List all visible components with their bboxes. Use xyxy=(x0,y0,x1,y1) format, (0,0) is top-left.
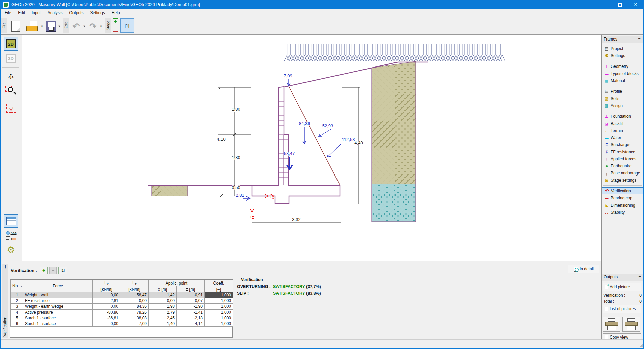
frames-item[interactable]: ⚙ Settings xyxy=(602,52,643,59)
zoom-region-button[interactable] xyxy=(4,84,18,97)
save-dropdown-arrow[interactable]: ▼ xyxy=(57,20,61,33)
table-row[interactable]: 5 Surch.1 - surface -36,81 38,03 2,45 -2… xyxy=(11,315,233,321)
table-row[interactable]: 6 Surch.1 - surface 0,00 7,09 1,40 -4,14… xyxy=(11,321,233,326)
resize-grip[interactable]: ◢ xyxy=(640,343,643,347)
frames-item[interactable]: ↓ Applied forces xyxy=(602,155,643,162)
force-ff-resistance-label: 2,81 xyxy=(236,193,244,198)
stage-1-button[interactable]: [1] xyxy=(120,18,134,33)
outputs-verification-label: Verification : xyxy=(603,293,625,298)
col-coeff[interactable]: Coeff. xyxy=(205,280,233,287)
outputs-minimize-button[interactable]: – xyxy=(637,275,642,279)
menu-item[interactable]: Outputs xyxy=(66,9,87,16)
frames-item[interactable]: ▬ Types of blocks xyxy=(602,70,643,77)
remove-verification-button[interactable]: − xyxy=(49,267,57,274)
open-file-button[interactable] xyxy=(26,20,40,33)
view-2d-button[interactable]: 2D xyxy=(4,37,18,51)
col-force[interactable]: Force xyxy=(23,280,93,292)
print-picture-button[interactable] xyxy=(622,317,640,332)
table-row[interactable]: 3 Weight - earth wedge 0,00 84,36 1,98 -… xyxy=(11,303,233,309)
cell-coeff[interactable]: 1,000 xyxy=(205,321,233,326)
frames-minimize-button[interactable]: – xyxy=(637,37,642,42)
add-verification-button[interactable]: + xyxy=(40,267,48,274)
frames-item[interactable]: ↧ FF resistance xyxy=(602,148,643,155)
frames-item[interactable]: ⊞ Stage settings xyxy=(602,177,643,184)
table-row[interactable]: 1 Weight - wall 0,00 58,47 1,42 -0,91 1,… xyxy=(11,292,233,298)
frames-item[interactable]: ⊥ Foundation xyxy=(602,113,643,120)
add-picture-button[interactable]: Add picture xyxy=(603,283,641,291)
frames-item[interactable]: ⌐ Terrain xyxy=(602,127,643,134)
frames-item[interactable]: Ξ Surcharge xyxy=(602,141,643,148)
menu-item[interactable]: Edit xyxy=(14,9,28,16)
frames-item[interactable]: ▬ Water xyxy=(602,134,643,141)
frames-item[interactable]: ▤ Project xyxy=(602,45,643,52)
frames-item[interactable]: ┳ Base anchorage xyxy=(602,169,643,177)
pan-tool-button[interactable]: ↔↕ xyxy=(4,69,18,83)
frames-item[interactable]: ◪ Backfill xyxy=(602,120,643,127)
frames-item[interactable]: ↶ Verification xyxy=(602,187,643,194)
frames-item[interactable]: ▦ Material xyxy=(602,77,643,84)
frames-item-label: FF resistance xyxy=(611,150,635,154)
cell-coeff[interactable]: 1,000 xyxy=(205,315,233,321)
table-view-button[interactable] xyxy=(4,214,18,228)
redo-button[interactable]: ↷ xyxy=(87,20,99,33)
close-button[interactable]: ✕ xyxy=(628,0,643,9)
maximize-button[interactable] xyxy=(612,0,628,9)
cell-coeff[interactable]: 1,000 xyxy=(205,298,233,303)
save-disk-icon xyxy=(46,21,56,32)
undo-button[interactable]: ↶ xyxy=(70,20,82,33)
remove-stage-button[interactable]: − xyxy=(113,26,118,32)
cell-coeff[interactable]: 1,000 xyxy=(205,309,233,315)
col-fz[interactable]: Fz xyxy=(120,280,149,287)
add-stage-button[interactable]: + xyxy=(113,18,118,24)
list-of-pictures-icon xyxy=(605,307,608,311)
annotation-view-button[interactable]: Abc xyxy=(4,229,18,242)
force-surcharge-top-label: 7,09 xyxy=(284,73,292,78)
fit-view-button[interactable]: ↔↔ xyxy=(4,102,18,115)
frames-item-icon: ▤ xyxy=(604,47,609,51)
table-icon xyxy=(6,217,16,225)
table-row[interactable]: 2 FF resistance 2,81 0,00 0,00 0,07 1,00… xyxy=(11,298,233,303)
print-document-button[interactable] xyxy=(603,317,620,332)
frames-item-icon: ▬ xyxy=(604,136,609,140)
col-fx[interactable]: Fx xyxy=(93,280,120,287)
cell-coeff[interactable]: 1,000 xyxy=(205,292,233,298)
save-file-button[interactable] xyxy=(45,20,57,33)
col-applic-point[interactable]: Applic. point xyxy=(149,280,205,287)
minimize-button[interactable]: – xyxy=(597,0,612,9)
frames-item[interactable]: ▬ Bearing cap. xyxy=(602,194,643,202)
cell-force: Surch.1 - surface xyxy=(23,321,93,326)
frames-item[interactable]: ▨ Soils xyxy=(602,95,643,102)
view-3d-button[interactable]: 3D xyxy=(4,52,18,65)
frames-item-label: Soils xyxy=(611,96,619,101)
menu-item[interactable]: Input xyxy=(28,9,44,16)
frames-item-icon: ▤ xyxy=(604,89,609,93)
undo-dropdown-arrow[interactable]: ▼ xyxy=(82,20,86,33)
drawing-canvas[interactable]: 4,10 1,80 1,80 0,50 4,40 3,32 +x +z xyxy=(22,35,601,261)
open-dropdown-arrow[interactable]: ▼ xyxy=(40,20,44,33)
frames-item[interactable]: ⊥ Geometry xyxy=(602,63,643,70)
verification-tab-strip[interactable]: ❙ Verification xyxy=(2,264,8,338)
frames-item[interactable]: ◡ Stability xyxy=(602,209,643,216)
menu-item[interactable]: Help xyxy=(108,9,123,16)
in-detail-button[interactable]: In detail xyxy=(568,265,599,273)
frames-item[interactable]: ▤ Profile xyxy=(602,88,643,95)
menu-item[interactable]: Settings xyxy=(87,9,108,16)
drawing-settings-button[interactable]: ⚙ xyxy=(4,243,18,257)
verification-bottom-panel: ❙ Verification Verification : + − [1] No… xyxy=(0,261,601,339)
redo-dropdown-arrow[interactable]: ▼ xyxy=(99,20,103,33)
verification-1-button[interactable]: [1] xyxy=(58,267,67,274)
list-of-pictures-button[interactable]: List of pictures xyxy=(603,305,641,313)
menu-item[interactable]: File xyxy=(1,9,14,16)
cell-coeff[interactable]: 1,000 xyxy=(205,303,233,309)
frames-item[interactable]: ▩ Assign xyxy=(602,102,643,109)
menu-item[interactable]: Analysis xyxy=(44,9,66,16)
frames-item-label: Settings xyxy=(611,53,625,58)
cell-z: -2,18 xyxy=(177,315,205,321)
dim-seg-foot: 0,50 xyxy=(232,185,240,190)
frames-item[interactable]: ≈ Earthquake xyxy=(602,162,643,169)
new-file-button[interactable] xyxy=(10,20,22,33)
table-row[interactable]: 4 Active pressure -80,86 78,26 2,79 -1,4… xyxy=(11,309,233,315)
col-no[interactable]: No. ▲ xyxy=(11,280,23,292)
frames-item-icon: ↧ xyxy=(604,150,609,154)
frames-item[interactable]: ⊾ Dimensioning xyxy=(602,202,643,209)
